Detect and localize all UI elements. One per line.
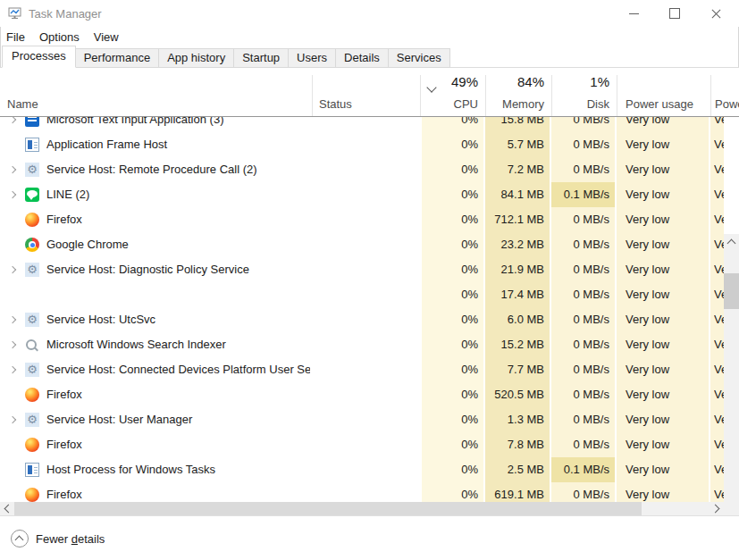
vertical-scrollbar[interactable] xyxy=(724,234,739,502)
tab-services[interactable]: Services xyxy=(388,48,450,68)
process-row[interactable]: Firefox 0% 7.8 MB 0 MB/s Very low Ve xyxy=(0,432,724,457)
process-row[interactable]: Firefox 0% 619.1 MB 0 MB/s Very low Ve xyxy=(0,482,724,502)
disk-value: 0.1 MB/s xyxy=(551,182,615,207)
power-usage-value: Very low xyxy=(626,182,709,207)
gear-icon xyxy=(25,163,39,177)
memory-value: 15.8 MB xyxy=(485,117,544,132)
process-name: Firefox xyxy=(46,382,310,407)
column-header-power-trend[interactable]: Powe xyxy=(715,97,739,111)
gear-icon xyxy=(25,263,39,277)
power-trend-value: Ve xyxy=(714,457,724,482)
tab-processes[interactable]: Processes xyxy=(2,46,76,68)
process-row[interactable]: 0% 17.4 MB 0 MB/s Very low Ve xyxy=(0,282,724,307)
fewer-details-toggle[interactable]: Fewer details xyxy=(11,530,105,547)
header-separator xyxy=(710,75,711,116)
firefox-icon xyxy=(25,213,39,227)
process-name: Service Host: User Manager xyxy=(46,407,310,432)
window-controls xyxy=(613,0,736,27)
memory-value: 1.3 MB xyxy=(485,407,544,432)
column-header-name[interactable]: Name xyxy=(7,97,38,111)
column-header-status[interactable]: Status xyxy=(319,97,352,111)
disk-value: 0 MB/s xyxy=(551,282,615,307)
expand-chevron-icon[interactable] xyxy=(5,117,20,132)
tab-details[interactable]: Details xyxy=(335,48,389,68)
process-rows: Microsoft Text Input Application (3) 0% … xyxy=(0,117,724,502)
fewer-details-label: Fewer xyxy=(36,532,71,546)
power-usage-value: Very low xyxy=(626,457,709,482)
menu-view[interactable]: View xyxy=(89,29,129,46)
maximize-icon xyxy=(669,8,680,19)
menu-options[interactable]: Options xyxy=(35,29,89,46)
memory-label: Memory xyxy=(502,97,544,111)
menu-file[interactable]: File xyxy=(6,29,35,46)
tab-startup[interactable]: Startup xyxy=(233,48,289,68)
window-icon xyxy=(25,138,39,152)
process-row[interactable]: Microsoft Windows Search Indexer 0% 15.2… xyxy=(0,332,724,357)
column-header-memory[interactable]: 84% Memory xyxy=(485,68,550,116)
scroll-right-icon[interactable] xyxy=(710,502,724,515)
power-trend-value: Ve xyxy=(714,132,724,157)
power-usage-value: Very low xyxy=(626,207,709,232)
minimize-button[interactable] xyxy=(613,0,654,27)
process-name: Microsoft Text Input Application (3) xyxy=(46,117,310,132)
process-row[interactable]: Service Host: Connected Devices Platform… xyxy=(0,357,724,382)
scrollbar-corner xyxy=(724,502,739,515)
cpu-value: 0% xyxy=(422,482,478,502)
horizontal-scrollbar[interactable] xyxy=(0,502,724,515)
column-header-power-usage[interactable]: Power usage xyxy=(626,97,693,111)
process-row[interactable]: Host Process for Windows Tasks 0% 2.5 MB… xyxy=(0,457,724,482)
power-trend-value: Ve xyxy=(714,307,724,332)
expand-chevron-icon[interactable] xyxy=(5,182,20,207)
scroll-left-icon[interactable] xyxy=(0,502,14,515)
disk-label: Disk xyxy=(587,97,609,111)
process-name: Google Chrome xyxy=(46,232,310,257)
process-row[interactable]: Google Chrome 0% 23.2 MB 0 MB/s Very low… xyxy=(0,232,724,257)
power-usage-value: Very low xyxy=(626,482,709,502)
expand-chevron-icon[interactable] xyxy=(5,307,20,332)
tab-app-history[interactable]: App history xyxy=(158,48,234,68)
disk-value: 0 MB/s xyxy=(551,407,615,432)
disk-value: 0 MB/s xyxy=(551,382,615,407)
memory-value: 7.7 MB xyxy=(485,357,544,382)
process-row[interactable]: Service Host: User Manager 0% 1.3 MB 0 M… xyxy=(0,407,724,432)
disk-value: 0 MB/s xyxy=(551,157,615,182)
power-trend-value: Ve xyxy=(714,407,724,432)
tab-users[interactable]: Users xyxy=(288,48,336,68)
cpu-value: 0% xyxy=(422,332,478,357)
scroll-up-icon[interactable] xyxy=(724,234,739,249)
gear-icon xyxy=(25,413,39,427)
maximize-button[interactable] xyxy=(654,0,695,27)
cpu-value: 0% xyxy=(422,157,478,182)
expand-chevron-icon[interactable] xyxy=(5,157,20,182)
column-header-disk[interactable]: 1% Disk xyxy=(551,68,615,116)
process-name: LINE (2) xyxy=(46,182,310,207)
expand-chevron-icon[interactable] xyxy=(5,407,20,432)
header-separator xyxy=(420,75,421,116)
horizontal-scrollbar-thumb[interactable] xyxy=(14,502,642,515)
memory-value: 15.2 MB xyxy=(485,332,544,357)
process-name: Service Host: Connected Devices Platform… xyxy=(46,357,310,382)
process-row[interactable]: Application Frame Host 0% 5.7 MB 0 MB/s … xyxy=(0,132,724,157)
power-trend-value: Ve xyxy=(714,382,724,407)
process-row[interactable]: LINE (2) 0% 84.1 MB 0.1 MB/s Very low Ve xyxy=(0,182,724,207)
close-button[interactable] xyxy=(695,0,736,27)
expand-chevron-icon[interactable] xyxy=(5,257,20,282)
process-row[interactable]: Microsoft Text Input Application (3) 0% … xyxy=(0,117,724,132)
title-bar: Task Manager xyxy=(0,0,739,27)
process-row[interactable]: Firefox 0% 712.1 MB 0 MB/s Very low Ve xyxy=(0,207,724,232)
power-usage-value: Very low xyxy=(626,357,709,382)
cpu-value: 0% xyxy=(422,232,478,257)
cpu-value: 0% xyxy=(422,307,478,332)
memory-total-percent: 84% xyxy=(517,74,544,89)
process-row[interactable]: Service Host: Diagnostic Policy Service … xyxy=(0,257,724,282)
process-row[interactable]: Service Host: UtcSvc 0% 6.0 MB 0 MB/s Ve… xyxy=(0,307,724,332)
tab-performance[interactable]: Performance xyxy=(75,48,159,68)
process-row[interactable]: Service Host: Remote Procedure Call (2) … xyxy=(0,157,724,182)
memory-value: 84.1 MB xyxy=(485,182,544,207)
expand-chevron-icon[interactable] xyxy=(5,357,20,382)
memory-value: 21.9 MB xyxy=(485,257,544,282)
process-row[interactable]: Firefox 0% 520.5 MB 0 MB/s Very low Ve xyxy=(0,382,724,407)
vertical-scrollbar-thumb[interactable] xyxy=(724,273,739,309)
expand-chevron-icon[interactable] xyxy=(5,332,20,357)
gear-icon xyxy=(25,313,39,327)
